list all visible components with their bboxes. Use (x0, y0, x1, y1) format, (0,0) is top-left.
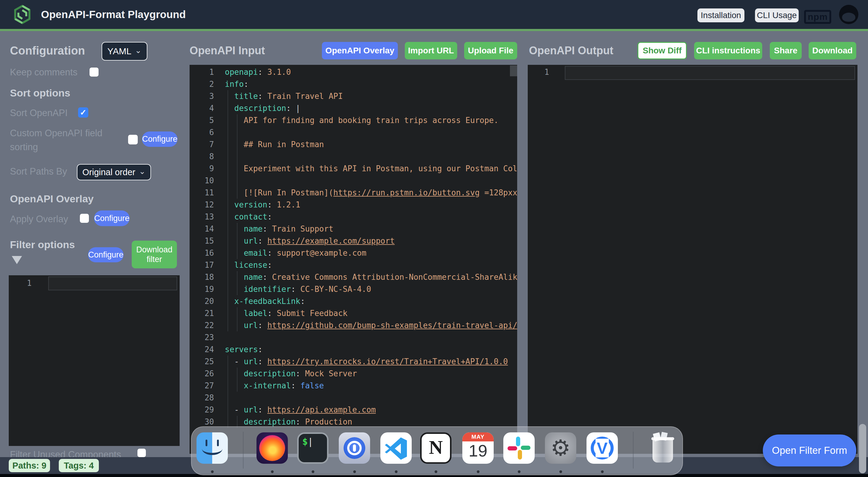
1password-icon[interactable] (339, 433, 370, 464)
show-diff-button[interactable]: Show Diff (638, 42, 687, 59)
code-line[interactable]: 16 email: support@example.com (190, 247, 517, 259)
sort-paths-select[interactable]: Original order ⌄ (77, 164, 151, 180)
line-number: 25 (190, 356, 225, 367)
editor-scrollbar-thumb[interactable] (510, 65, 517, 76)
slack-icon[interactable] (503, 433, 535, 464)
code-line[interactable]: 3 title: Train Travel API (190, 90, 517, 102)
chevron-down-icon: ⌄ (135, 46, 142, 55)
calendar-icon[interactable]: MAY 19 (462, 433, 494, 464)
code-line[interactable]: 1openapi: 3.1.0 (190, 66, 517, 78)
code-line[interactable]: 9 Experiment with this API in Postman, u… (190, 162, 517, 175)
code-line[interactable]: 28 (190, 392, 517, 404)
code-line[interactable]: 17 license: (190, 259, 517, 271)
custom-sorting-configure-button[interactable]: Configure (142, 131, 178, 147)
code-line[interactable]: 19 identifier: CC-BY-NC-SA-4.0 (190, 283, 517, 295)
code-line[interactable]: 6 (190, 126, 517, 139)
keep-comments-checkbox[interactable] (90, 67, 98, 77)
terminal-icon[interactable]: $| (297, 433, 329, 464)
code-line[interactable]: 29 - url: https://api.example.com (190, 404, 517, 416)
download-button[interactable]: Download (809, 42, 856, 59)
filter-editor[interactable]: 1 (9, 275, 180, 446)
finder-icon[interactable] (196, 433, 228, 464)
mimestream-icon[interactable]: V (587, 433, 618, 464)
code-text: Experiment with this API in Postman, usi… (225, 162, 517, 175)
filter-configure-button[interactable]: Configure (88, 247, 124, 262)
configuration-heading: Configuration (10, 44, 85, 57)
installation-button[interactable]: Installation (698, 8, 744, 22)
notion-icon[interactable]: N (420, 433, 452, 464)
code-line[interactable]: 1 (528, 66, 858, 78)
code-line[interactable]: 12 version: 1.2.1 (190, 199, 517, 211)
code-text (48, 277, 180, 289)
code-line[interactable]: 1 (9, 277, 180, 289)
sort-openapi-checkbox[interactable]: ✓ (78, 107, 88, 118)
open-filter-form-button[interactable]: Open Filter Form (763, 435, 856, 467)
code-line[interactable]: 20 x-feedbackLink: (190, 295, 517, 307)
code-line[interactable]: 15 url: https://example.com/support (190, 235, 517, 247)
calendar-day: 19 (462, 441, 494, 460)
line-number: 19 (190, 283, 225, 295)
code-line[interactable]: 18 name: Creative Commons Attribution-No… (190, 271, 517, 283)
line-number: 1 (9, 277, 48, 289)
sort-paths-by-label: Sort Paths By (10, 166, 67, 177)
line-number: 3 (190, 90, 225, 102)
system-settings-icon[interactable]: ⚙ (545, 433, 576, 464)
firefox-icon[interactable] (256, 433, 288, 464)
output-panel-title: OpenAPI Output (529, 44, 613, 57)
sort-openapi-label: Sort OpenAPI (10, 108, 67, 119)
download-filter-button[interactable]: Download filter (132, 241, 177, 268)
apply-overlay-label: Apply Overlay (10, 214, 68, 225)
line-number: 28 (190, 392, 225, 404)
page-scrollbar-thumb[interactable] (859, 424, 866, 473)
share-button[interactable]: Share (770, 42, 802, 59)
code-line[interactable]: 27 x-internal: false (190, 380, 517, 392)
code-line[interactable]: 5 API for finding and booking train trip… (190, 114, 517, 126)
cli-instructions-button[interactable]: CLI instructions (694, 42, 762, 59)
code-line[interactable]: 23 (190, 331, 517, 344)
line-number: 7 (190, 139, 225, 150)
filter-unused-checkbox[interactable] (137, 449, 146, 457)
code-line[interactable]: 22 url: https://github.com/bump-sh-examp… (190, 319, 517, 331)
import-url-button[interactable]: Import URL (405, 42, 457, 59)
format-select-value: YAML (107, 46, 131, 56)
code-line[interactable]: 13 contact: (190, 211, 517, 223)
code-line[interactable]: 30 description: Production (190, 416, 517, 428)
code-line[interactable]: 25 - url: https://try.microcks.io/rest/T… (190, 356, 517, 367)
vscode-icon[interactable] (380, 433, 412, 464)
code-line[interactable]: 2info: (190, 78, 517, 90)
line-number: 21 (190, 307, 225, 319)
apply-overlay-configure-button[interactable]: Configure (94, 210, 130, 226)
openapi-overlay-button[interactable]: OpenAPI Overlay (322, 42, 398, 59)
code-line[interactable]: 7 ## Run in Postman (190, 139, 517, 150)
dock-divider (633, 432, 633, 469)
output-editor[interactable]: 1 (528, 65, 858, 454)
code-line[interactable]: 24servers: (190, 344, 517, 356)
cli-usage-button[interactable]: CLI Usage (755, 8, 799, 22)
code-line[interactable]: 11 [![Run In Postman](https://run.pstmn.… (190, 187, 517, 199)
custom-sorting-checkbox[interactable] (128, 135, 138, 144)
chevron-down-icon: ⌄ (139, 167, 146, 176)
input-editor[interactable]: 1openapi: 3.1.02info:3 title: Train Trav… (190, 65, 517, 454)
dock-running-dot (353, 470, 356, 473)
apply-overlay-checkbox[interactable] (80, 214, 89, 223)
code-line[interactable]: 21 label: Submit Feedback (190, 307, 517, 319)
dock-running-dot (312, 470, 314, 473)
code-line[interactable]: 4 description: | (190, 102, 517, 114)
npm-icon[interactable]: npm (804, 10, 831, 24)
github-icon[interactable] (839, 5, 858, 24)
paths-count-badge: Paths: 9 (9, 459, 50, 472)
line-number: 8 (190, 150, 225, 162)
dock-running-dot (395, 470, 398, 473)
trash-icon[interactable] (647, 433, 678, 464)
code-line[interactable]: 8 (190, 150, 517, 162)
upload-file-button[interactable]: Upload File (464, 42, 517, 59)
mimestream-letter: V (595, 439, 609, 457)
collapse-triangle-icon[interactable] (12, 256, 22, 264)
code-line[interactable]: 14 name: Train Support (190, 223, 517, 235)
code-line[interactable]: 10 (190, 175, 517, 187)
code-line[interactable]: 26 description: Mock Server (190, 367, 517, 380)
format-select[interactable]: YAML ⌄ (101, 42, 147, 61)
code-text: - url: https://try.microcks.io/rest/Trai… (225, 356, 517, 367)
trash-rim (651, 437, 674, 440)
line-number: 11 (190, 187, 225, 199)
